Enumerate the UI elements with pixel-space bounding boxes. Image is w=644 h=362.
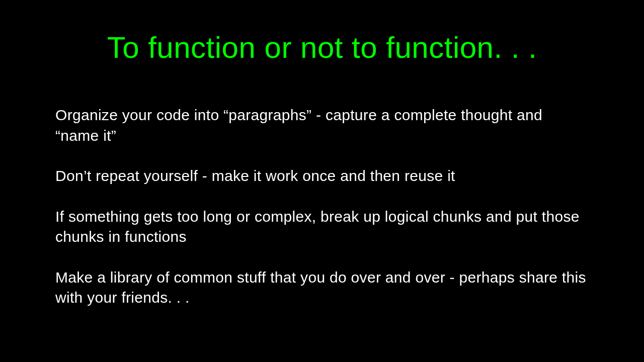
bullet-item: Don’t repeat yourself - make it work onc… (55, 166, 589, 187)
bullet-item: If something gets too long or complex, b… (55, 207, 589, 247)
bullet-item: Make a library of common stuff that you … (55, 267, 589, 308)
slide-content: Organize your code into “paragraphs” - c… (0, 105, 644, 308)
bullet-item: Organize your code into “paragraphs” - c… (55, 105, 589, 146)
slide-title: To function or not to function. . . (0, 30, 644, 65)
presentation-slide: To function or not to function. . . Orga… (0, 0, 644, 362)
